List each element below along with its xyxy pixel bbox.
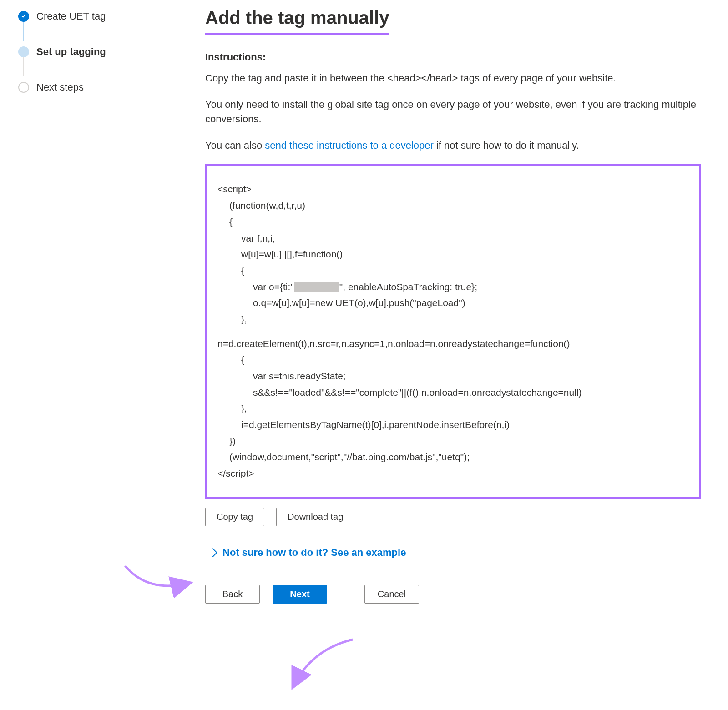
download-tag-button[interactable]: Download tag xyxy=(276,508,354,526)
check-circle-icon xyxy=(18,11,29,22)
code-line: i=d.getElementsByTagName(t)[0],i.parentN… xyxy=(217,417,688,433)
code-line: s&&s!=="loaded"&&s!=="complete"||(f(),n.… xyxy=(217,384,688,401)
current-step-icon xyxy=(18,46,29,57)
code-line: var o={ti:"", enableAutoSpaTracking: tru… xyxy=(217,279,688,295)
stepper-sidebar: Create UET tag Set up tagging Next steps xyxy=(0,0,184,710)
next-button[interactable]: Next xyxy=(273,585,327,604)
instructions-paragraph-2: You only need to install the global site… xyxy=(205,97,701,126)
head-tags-inline: <head></head> xyxy=(387,72,458,84)
copy-tag-button[interactable]: Copy tag xyxy=(205,508,264,526)
code-line: var s=this.readyState; xyxy=(217,368,688,384)
code-line: w[u]=w[u]||[],f=function() xyxy=(217,246,688,262)
step-label: Create UET tag xyxy=(36,9,106,24)
instructions-heading: Instructions: xyxy=(205,50,701,65)
step-create-uet-tag[interactable]: Create UET tag xyxy=(18,9,184,24)
page-title: Add the tag manually xyxy=(205,5,389,35)
wizard-footer-buttons: Back Next Cancel xyxy=(205,585,701,604)
send-to-developer-link[interactable]: send these instructions to a developer xyxy=(265,140,434,151)
back-button[interactable]: Back xyxy=(205,585,260,604)
code-line: { xyxy=(217,214,688,230)
annotation-arrow-icon xyxy=(284,636,357,690)
uet-tag-code-box[interactable]: <script> (function(w,d,t,r,u) { var f,n,… xyxy=(205,164,701,498)
code-line: (window,document,"script","//bat.bing.co… xyxy=(217,449,688,465)
code-line: <script> xyxy=(217,181,688,197)
code-line: var f,n,i; xyxy=(217,230,688,247)
code-line: o.q=w[u],w[u]=new UET(o),w[u].push("page… xyxy=(217,295,688,311)
code-line: { xyxy=(217,352,688,368)
cancel-button[interactable]: Cancel xyxy=(364,585,419,604)
step-label: Set up tagging xyxy=(36,45,106,59)
footer-divider xyxy=(205,574,701,574)
step-next-steps[interactable]: Next steps xyxy=(18,80,184,95)
step-label: Next steps xyxy=(36,80,84,95)
connector-line xyxy=(23,55,24,76)
upcoming-step-icon xyxy=(18,82,29,93)
see-example-expander[interactable]: Not sure how to do it? See an example xyxy=(205,545,701,560)
code-line: { xyxy=(217,262,688,279)
chevron-right-icon xyxy=(208,548,217,557)
step-set-up-tagging[interactable]: Set up tagging xyxy=(18,45,184,59)
redacted-account-id xyxy=(294,282,339,292)
instructions-paragraph-1: Copy the tag and paste it in between the… xyxy=(205,71,701,86)
main-content: Add the tag manually Instructions: Copy … xyxy=(184,0,728,710)
code-line: n=d.createElement(t),n.src=r,n.async=1,n… xyxy=(217,336,688,352)
instructions-paragraph-3: You can also send these instructions to … xyxy=(205,138,701,153)
code-line: (function(w,d,t,r,u) xyxy=(217,197,688,214)
connector-line xyxy=(23,20,24,41)
expander-label: Not sure how to do it? See an example xyxy=(222,545,406,560)
code-line: }, xyxy=(217,311,688,327)
code-line: }, xyxy=(217,400,688,417)
tag-action-buttons: Copy tag Download tag xyxy=(205,508,701,526)
code-line: </script> xyxy=(217,465,688,482)
code-line: }) xyxy=(217,433,688,449)
instructions-block: Instructions: Copy the tag and paste it … xyxy=(205,50,701,152)
